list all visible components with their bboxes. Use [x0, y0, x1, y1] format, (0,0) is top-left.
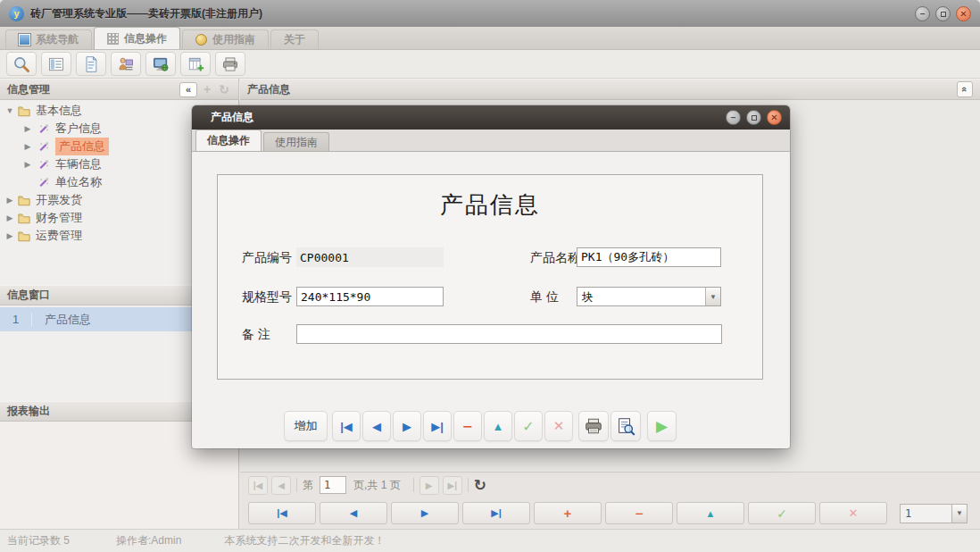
page-label: 第 — [303, 478, 313, 493]
product-info-dialog: 产品信息 – ✕ 信息操作 使用指南 产品信息 产品编号 产品名称 规格型号 单… — [192, 105, 790, 448]
spec-model-field[interactable] — [296, 287, 444, 306]
dialog-maximize-button[interactable] — [746, 110, 761, 125]
product-name-label: 产品名称 — [530, 250, 580, 266]
record-post-button[interactable]: ✓ — [748, 502, 816, 524]
operator-wizard-icon — [117, 55, 135, 73]
status-message: 本系统支持二次开发和全新开发！ — [224, 533, 385, 548]
record-first-button[interactable]: |◀ — [248, 502, 316, 524]
main-toolbar — [0, 50, 980, 79]
printer-icon — [221, 55, 239, 73]
spec-model-label: 规格型号 — [242, 289, 292, 305]
tab-label: 信息操作 — [124, 31, 167, 46]
dialog-delete-button[interactable]: − — [453, 411, 482, 441]
wand-icon — [37, 141, 50, 153]
record-delete-button[interactable]: − — [605, 502, 673, 524]
product-name-field[interactable] — [577, 247, 721, 267]
record-edit-button[interactable]: ▲ — [677, 502, 744, 524]
app-window: y 砖厂管理系统专业版——卖砖开票版(非注册用户) – ✕ 系统导航 信息操作 … — [0, 0, 980, 552]
form-icon — [47, 55, 65, 73]
content-header: 产品信息 « — [240, 79, 980, 100]
remote-monitor-button[interactable] — [145, 52, 176, 76]
content-header-title: 产品信息 — [247, 82, 290, 97]
tree-label: 财务管理 — [36, 210, 82, 226]
dialog-edit-button[interactable]: ▲ — [484, 411, 512, 441]
tree-label: 运费管理 — [36, 228, 82, 244]
operator-wizard-button[interactable] — [111, 52, 141, 76]
dialog-first-button[interactable]: |◀ — [332, 411, 361, 441]
folder-icon — [18, 213, 30, 224]
refresh-tree-button[interactable]: ↻ — [217, 82, 231, 96]
product-code-label: 产品编号 — [242, 250, 292, 266]
browse-search-button[interactable] — [6, 52, 37, 76]
chevron-down-icon[interactable]: ▼ — [705, 288, 720, 305]
page-first-button[interactable]: |◀ — [248, 476, 268, 495]
tree-label: 基本信息 — [36, 103, 82, 119]
record-prev-button[interactable]: ◀ — [320, 502, 387, 524]
dialog-preview-button[interactable] — [610, 411, 641, 441]
tab-label: 关于 — [284, 32, 305, 47]
tab-system-nav[interactable]: 系统导航 — [5, 29, 92, 49]
dialog-last-button[interactable]: ▶| — [423, 411, 452, 441]
expand-arrow[interactable]: ▶ — [23, 160, 32, 169]
main-tab-bar: 系统导航 信息操作 使用指南 关于 — [0, 27, 980, 50]
record-count-combobox[interactable]: 1 ▼ — [900, 504, 968, 523]
expand-arrow[interactable]: ▶ — [5, 231, 14, 240]
page-prev-button[interactable]: ◀ — [271, 476, 291, 495]
tab-info-operation[interactable]: 信息操作 — [94, 27, 180, 49]
printer-toolbar-button[interactable] — [215, 52, 245, 76]
minimize-button[interactable]: – — [915, 6, 930, 21]
record-cancel-button[interactable]: ✕ — [819, 502, 887, 524]
page-number-input[interactable] — [320, 476, 346, 494]
page-total-label: 页,共 1 页 — [353, 478, 401, 493]
expand-arrow[interactable]: ▶ — [5, 213, 14, 222]
dialog-close-button[interactable]: ✕ — [767, 110, 782, 125]
add-node-button[interactable]: + — [200, 82, 214, 96]
collapse-sidebar-button[interactable]: « — [179, 82, 197, 97]
product-code-field[interactable] — [296, 247, 444, 267]
maximize-button[interactable] — [935, 6, 951, 21]
unit-select[interactable]: 块 ▼ — [577, 287, 721, 306]
expand-arrow[interactable]: ▶ — [23, 124, 32, 133]
dialog-tab-user-guide[interactable]: 使用指南 — [263, 132, 329, 151]
combo-value: 1 — [901, 507, 951, 520]
search-icon — [12, 55, 30, 73]
expand-arrow[interactable]: ▼ — [5, 106, 14, 115]
dialog-prev-button[interactable]: ◀ — [362, 411, 391, 441]
expand-arrow[interactable]: ▶ — [23, 142, 32, 151]
tab-label: 使用指南 — [212, 32, 255, 47]
product-form-groupbox: 产品信息 产品编号 产品名称 规格型号 单 位 块 ▼ 备 注 — [217, 174, 763, 380]
tree-label: 客户信息 — [55, 121, 102, 137]
status-bar: 当前记录数 5 操作者:Admin 本系统支持二次开发和全新开发！ — [0, 529, 980, 552]
collapse-panel-button[interactable]: « — [957, 81, 973, 97]
tab-about[interactable]: 关于 — [270, 29, 319, 49]
page-next-button[interactable]: ▶ — [419, 476, 439, 495]
dialog-minimize-button[interactable]: – — [726, 110, 741, 125]
record-insert-button[interactable]: + — [534, 502, 602, 524]
dialog-next-button[interactable]: ▶ — [393, 411, 421, 441]
remark-field[interactable] — [296, 324, 722, 344]
close-button[interactable]: ✕ — [956, 6, 971, 21]
refresh-icon[interactable]: ↻ — [474, 476, 486, 495]
tab-label: 系统导航 — [36, 32, 79, 47]
record-next-button[interactable]: ▶ — [391, 502, 459, 524]
unit-label: 单 位 — [530, 289, 559, 305]
dialog-record-toolbar: 增加 |◀ ◀ ▶ ▶| − ▲ ✓ ✕ ▶ — [192, 411, 790, 441]
form-view-button[interactable] — [41, 52, 71, 76]
tab-user-guide[interactable]: 使用指南 — [182, 29, 269, 49]
dialog-run-button[interactable]: ▶ — [647, 411, 677, 441]
monitor-globe-icon — [152, 55, 170, 73]
dialog-tab-info-operation[interactable]: 信息操作 — [195, 130, 262, 151]
table-add-button[interactable] — [180, 52, 211, 76]
record-navigator: |◀ ◀ ▶ ▶| + − ▲ ✓ ✕ 1 ▼ — [240, 498, 980, 529]
dialog-cancel-button[interactable]: ✕ — [544, 411, 573, 441]
document-button[interactable] — [76, 52, 106, 76]
chevron-down-icon[interactable]: ▼ — [951, 505, 967, 523]
expand-arrow[interactable]: ▶ — [5, 196, 14, 205]
record-last-button[interactable]: ▶| — [462, 502, 530, 524]
dialog-post-button[interactable]: ✓ — [514, 411, 543, 441]
wand-icon — [37, 159, 50, 171]
dialog-print-button[interactable] — [578, 411, 609, 441]
add-record-button[interactable]: 增加 — [284, 411, 328, 441]
info-management-title: 信息管理 — [7, 82, 50, 97]
page-last-button[interactable]: ▶| — [443, 476, 462, 495]
